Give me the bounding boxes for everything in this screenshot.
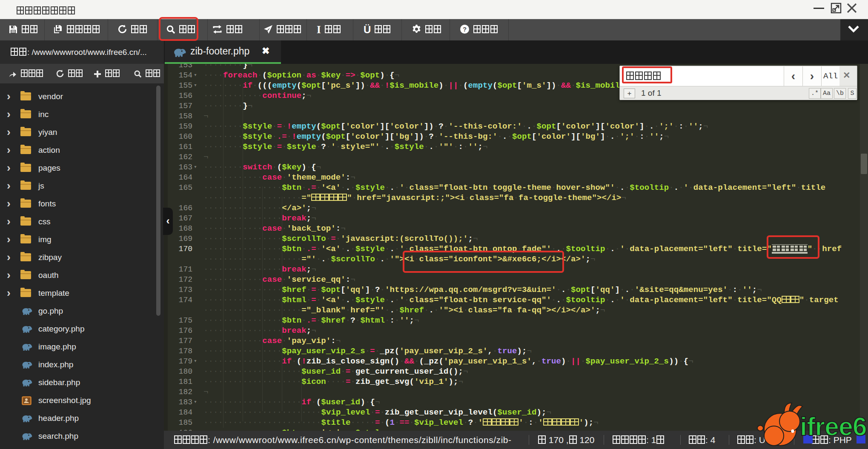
- svg-text:ifree6: ifree6: [800, 412, 867, 441]
- svg-text:?: ?: [463, 26, 467, 33]
